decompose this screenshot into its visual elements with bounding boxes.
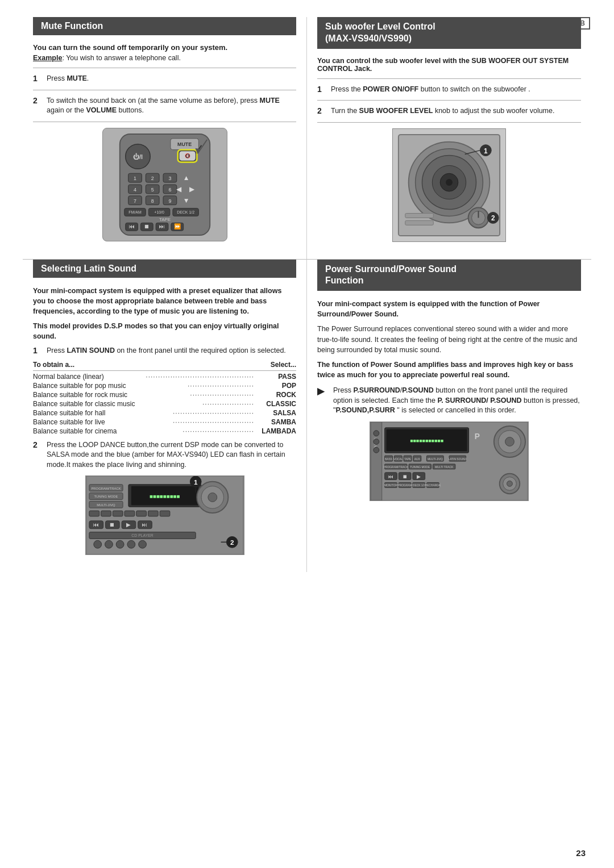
svg-text:8: 8 xyxy=(151,198,154,203)
svg-text:TUNING MODE: TUNING MODE xyxy=(410,465,430,468)
svg-text:⏻/I: ⏻/I xyxy=(132,153,142,160)
svg-text:⏮: ⏮ xyxy=(128,223,134,229)
svg-text:⏮: ⏮ xyxy=(93,521,98,528)
subwoofer-step-2: 2 Turn the SUB WOOFER LEVEL knob to adju… xyxy=(317,106,581,116)
mute-step1-divider xyxy=(33,90,296,90)
svg-rect-64 xyxy=(405,213,434,218)
svg-text:⏮: ⏮ xyxy=(388,473,393,479)
svg-text:▲: ▲ xyxy=(182,174,189,182)
svg-text:▼: ▼ xyxy=(182,196,189,204)
subwoofer-intro: You can control the sub woofer level wit… xyxy=(317,57,581,73)
subwoofer-divider xyxy=(317,78,581,79)
svg-text:RECHARGE: RECHARGE xyxy=(425,484,442,487)
svg-text:▶: ▶ xyxy=(417,473,421,479)
svg-point-99 xyxy=(127,541,135,549)
svg-text:FM/AM: FM/AM xyxy=(128,210,142,214)
svg-text:▶: ▶ xyxy=(126,521,130,528)
subwoofer-step2-divider xyxy=(317,122,581,123)
svg-point-110 xyxy=(374,430,379,436)
mute-intro-bold: You can turn the sound off temporarily o… xyxy=(33,43,227,52)
svg-text:LATIN SOUND: LATIN SOUND xyxy=(448,458,467,461)
svg-text:■■■■■■■■■: ■■■■■■■■■ xyxy=(150,494,180,500)
table-row: Balance suitable for classic music ·····… xyxy=(33,399,296,408)
svg-text:9: 9 xyxy=(168,198,171,203)
svg-text:TUNING MODE: TUNING MODE xyxy=(94,495,118,499)
mute-section-title: Mute Function xyxy=(33,17,296,35)
svg-point-97 xyxy=(105,541,113,549)
subwoofer-step1-divider xyxy=(317,100,581,101)
mute-example: Example: You wish to answer a telephone … xyxy=(33,54,296,62)
svg-text:4: 4 xyxy=(134,186,136,192)
power-surround-intro: Your mini-compact system is equipped wit… xyxy=(317,299,581,319)
page-number: 23 xyxy=(576,848,586,858)
svg-rect-79 xyxy=(89,511,99,516)
svg-text:P: P xyxy=(475,432,480,440)
svg-text:⏹: ⏹ xyxy=(403,473,408,479)
svg-text:2: 2 xyxy=(230,539,234,546)
mute-divider xyxy=(33,68,296,68)
svg-point-96 xyxy=(93,541,101,549)
svg-text:MULTI-JIVQ: MULTI-JIVQ xyxy=(97,503,115,507)
svg-point-78 xyxy=(208,493,217,502)
svg-rect-84 xyxy=(148,511,158,516)
power-surround-section: Power Surround/Power Sound Function Your… xyxy=(307,260,591,573)
svg-text:PROGRAM/TRACK: PROGRAM/TRACK xyxy=(384,465,409,468)
table-row: Balance suitable for hall ··············… xyxy=(33,408,296,418)
latin-section: Selecting Latin Sound Your mini-compact … xyxy=(23,260,307,573)
svg-text:2: 2 xyxy=(151,176,154,181)
power-surround-arrow-step: ▶ Press P.SURROUND/P.SOUND button on the… xyxy=(317,386,581,416)
svg-text:⏹: ⏹ xyxy=(109,521,115,528)
power-surround-panel-image: VOLUME ■■■■■■■■■■■ P BASS VOCAL xyxy=(317,422,581,501)
latin-step-2: 2 Press the LOOP DANCE button,the curren… xyxy=(33,440,296,470)
table-row: Balance suitable for rock music ········… xyxy=(33,390,296,399)
svg-text:AUX: AUX xyxy=(414,458,421,461)
svg-text:🔇: 🔇 xyxy=(184,153,190,158)
svg-text:BASS: BASS xyxy=(385,458,393,461)
svg-point-154 xyxy=(507,481,513,486)
svg-rect-65 xyxy=(405,220,434,225)
svg-rect-83 xyxy=(136,511,146,516)
latin-table-header: To obtain a... Select... xyxy=(33,361,296,371)
mute-intro: You can turn the sound off temporarily o… xyxy=(33,43,296,52)
latin-section-title: Selecting Latin Sound xyxy=(33,260,296,278)
svg-rect-82 xyxy=(125,511,135,516)
svg-point-111 xyxy=(374,439,379,444)
subwoofer-section: Sub woofer Level Control (MAX-VS940/VS99… xyxy=(307,17,591,260)
svg-text:1: 1 xyxy=(484,147,488,155)
power-surround-title: Power Surround/Power Sound Function xyxy=(317,260,581,291)
mute-section: Mute Function You can turn the sound off… xyxy=(23,17,307,260)
svg-text:⏭: ⏭ xyxy=(159,223,165,229)
svg-text:VOCAL: VOCAL xyxy=(393,458,403,461)
svg-text:⏹: ⏹ xyxy=(144,223,150,229)
svg-text:PROGRAM/TRACK: PROGRAM/TRACK xyxy=(91,487,121,490)
mute-step-1: 1 Press MUTE. xyxy=(33,74,296,84)
latin-table: To obtain a... Select... Normal balance … xyxy=(33,361,296,436)
table-row: Normal balance (linear) ················… xyxy=(33,372,296,381)
svg-text:1: 1 xyxy=(134,176,136,181)
mute-step2-divider xyxy=(33,122,296,122)
svg-text:TAPE: TAPE xyxy=(159,217,170,222)
svg-text:DECK 1/2: DECK 1/2 xyxy=(413,484,425,487)
svg-text:PROGRAM: PROGRAM xyxy=(397,484,412,487)
svg-point-112 xyxy=(374,447,379,453)
svg-text:◀: ◀ xyxy=(176,185,182,193)
power-surround-para1: The Power Surround replaces conventional… xyxy=(317,324,581,354)
svg-point-100 xyxy=(138,541,146,549)
svg-text:MONITOR: MONITOR xyxy=(384,484,398,487)
svg-text:2: 2 xyxy=(491,214,495,222)
svg-text:DECK 1/2: DECK 1/2 xyxy=(177,210,194,214)
svg-point-54 xyxy=(446,179,453,186)
table-row: Balance suitable for live ··············… xyxy=(33,418,296,427)
svg-point-98 xyxy=(116,541,124,549)
svg-point-119 xyxy=(505,437,515,446)
svg-text:▶: ▶ xyxy=(189,185,195,193)
svg-text:7: 7 xyxy=(134,198,136,203)
latin-note: This model provides D.S.P modes so that … xyxy=(33,321,296,341)
subwoofer-image: 1 2 xyxy=(317,128,581,242)
svg-text:MULTI-JIVQ: MULTI-JIVQ xyxy=(428,458,443,461)
svg-rect-85 xyxy=(160,511,170,516)
svg-text:6: 6 xyxy=(168,186,171,192)
svg-text:3: 3 xyxy=(168,176,171,181)
svg-text:⏩: ⏩ xyxy=(173,223,181,230)
latin-step-1: 1 Press LATIN SOUND on the front panel u… xyxy=(33,346,296,356)
